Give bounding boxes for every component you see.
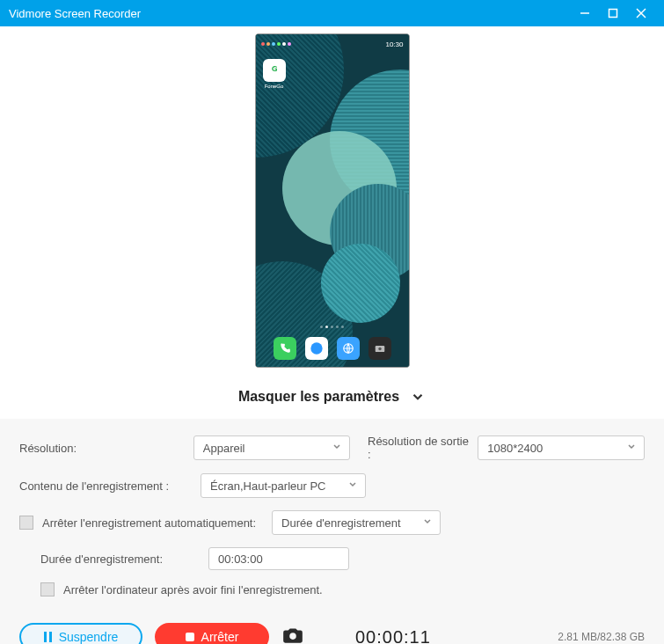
fonego-app: ᴳ FoneGo (263, 59, 286, 89)
fonego-icon: ᴳ (263, 59, 286, 82)
close-icon (636, 8, 646, 18)
settings-panel: Résolution: Appareil Résolution de sorti… (0, 419, 664, 644)
status-time: 10:30 (385, 40, 403, 48)
camera-app-icon (368, 337, 391, 360)
chevron-down-icon (410, 389, 426, 405)
pause-icon (44, 632, 52, 642)
shutdown-row: Arrêter l'ordinateur après avoir fini l'… (19, 582, 645, 596)
content-value: Écran,Haut-parleur PC (210, 479, 326, 493)
fonego-label: FoneGo (263, 84, 286, 89)
maximize-icon (608, 8, 618, 18)
minimize-icon (580, 8, 590, 18)
messages-app-icon (305, 337, 328, 360)
chevron-down-icon (347, 479, 358, 493)
auto-stop-mode-value: Durée d'enregistrement (281, 516, 400, 530)
status-indicators-icon (261, 42, 291, 46)
resolution-select[interactable]: Appareil (193, 435, 350, 460)
maximize-button[interactable] (599, 0, 627, 26)
stop-label: Arrêter (201, 630, 239, 644)
output-resolution-label: Résolution de sortie : (368, 435, 471, 461)
minimize-button[interactable] (571, 0, 599, 26)
pause-button[interactable]: Suspendre (19, 623, 142, 644)
svg-point-8 (289, 633, 296, 640)
browser-app-icon (337, 337, 360, 360)
app-title: Vidmore Screen Recorder (9, 7, 141, 20)
stop-button[interactable]: Arrêter (155, 623, 269, 644)
resolution-label: Résolution: (19, 442, 193, 455)
phone-preview: 10:30 ᴳ FoneGo (255, 33, 410, 368)
titlebar: Vidmore Screen Recorder (0, 0, 664, 26)
duration-input[interactable] (208, 547, 349, 570)
auto-stop-row: Arrêter l'enregistrement automatiquement… (19, 510, 645, 535)
chevron-down-icon (422, 516, 433, 530)
shutdown-checkbox[interactable] (40, 582, 55, 596)
chevron-down-icon (626, 442, 637, 455)
auto-stop-label: Arrêter l'enregistrement automatiquement… (42, 516, 256, 530)
auto-stop-mode-select[interactable]: Durée d'enregistrement (272, 510, 441, 535)
screenshot-button[interactable] (281, 624, 304, 644)
duration-row: Durée d'enregistrement: (19, 547, 645, 570)
action-row: Suspendre Arrêter 00:00:11 2.81 MB/82.38… (19, 609, 645, 644)
device-preview-area: 10:30 ᴳ FoneGo (0, 26, 664, 380)
phone-dock (256, 337, 409, 360)
svg-point-7 (378, 348, 382, 351)
output-resolution-select[interactable]: 1080*2400 (478, 435, 645, 460)
pause-label: Suspendre (59, 630, 119, 644)
camera-icon (281, 624, 304, 644)
stop-icon (186, 633, 194, 641)
toggle-settings-row[interactable]: Masquer les paramètres (0, 380, 664, 419)
svg-rect-1 (609, 10, 617, 18)
resolution-value: Appareil (203, 442, 245, 455)
duration-label: Durée d'enregistrement: (40, 553, 163, 566)
chevron-down-icon (332, 442, 342, 455)
svg-point-4 (310, 342, 322, 354)
recording-timer: 00:00:11 (355, 627, 431, 645)
phone-status-bar: 10:30 (256, 38, 409, 50)
storage-info: 2.81 MB/82.38 GB (558, 631, 645, 643)
phone-app-icon (274, 337, 296, 360)
resolution-row: Résolution: Appareil Résolution de sorti… (19, 435, 645, 461)
toggle-settings-label: Masquer les paramètres (238, 389, 399, 405)
page-dots-icon (256, 326, 409, 328)
content-row: Contenu de l'enregistrement : Écran,Haut… (19, 473, 645, 498)
shutdown-label: Arrêter l'ordinateur après avoir fini l'… (63, 583, 323, 596)
output-resolution-value: 1080*2400 (487, 442, 543, 455)
auto-stop-checkbox[interactable] (19, 516, 33, 530)
close-button[interactable] (627, 0, 655, 26)
content-select[interactable]: Écran,Haut-parleur PC (201, 473, 366, 498)
content-label: Contenu de l'enregistrement : (19, 479, 201, 493)
